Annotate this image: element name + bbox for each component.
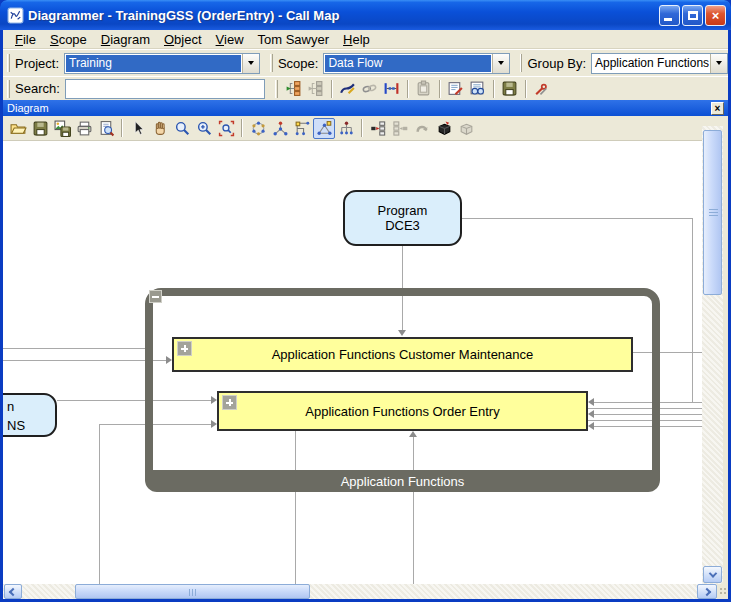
- menu-help[interactable]: Help: [336, 31, 377, 48]
- scope-label: Scope:: [278, 56, 318, 71]
- chevron-left-icon: [9, 587, 17, 595]
- toolbar-grip[interactable]: [7, 80, 10, 98]
- open-icon[interactable]: [7, 118, 29, 139]
- diagram-canvas[interactable]: Program DCE3 n NS Application Functions …: [3, 141, 702, 584]
- horizontal-scrollbar[interactable]: [3, 584, 717, 599]
- toolbar-separator: [331, 80, 333, 98]
- box-order-entry[interactable]: Application Functions Order Entry: [217, 391, 588, 431]
- minimize-icon: [664, 18, 672, 21]
- node-program-dce3[interactable]: Program DCE3: [343, 190, 462, 246]
- project-toolbar: Project: Training Scope: Data Flow Group…: [3, 49, 728, 76]
- endpoints-icon[interactable]: [381, 78, 403, 99]
- link-disabled-icon: [359, 78, 381, 99]
- hierarchy-expand-icon[interactable]: [283, 78, 305, 99]
- print-icon[interactable]: [73, 118, 95, 139]
- save-image-icon[interactable]: [51, 118, 73, 139]
- save-icon[interactable]: [499, 78, 521, 99]
- connector-line: [692, 218, 693, 402]
- zoom-area-icon[interactable]: [215, 118, 237, 139]
- close-button[interactable]: ×: [705, 5, 726, 26]
- scroll-left-button[interactable]: [4, 584, 22, 599]
- groupby-dropdown-button[interactable]: [710, 54, 727, 73]
- chevron-down-icon: [716, 61, 722, 65]
- hierarchy-expand-disabled-icon: [305, 78, 327, 99]
- box-customer-maintenance[interactable]: Application Functions Customer Maintenan…: [172, 337, 633, 372]
- expand-order-entry-button[interactable]: [222, 395, 237, 410]
- node-label: n: [7, 397, 25, 416]
- resize-grip[interactable]: [717, 584, 728, 599]
- menu-scope[interactable]: Scope: [43, 31, 94, 48]
- pan-icon[interactable]: [149, 118, 171, 139]
- select-icon[interactable]: [127, 118, 149, 139]
- spring-layout-icon[interactable]: [313, 118, 335, 139]
- toolbar-grip[interactable]: [270, 54, 273, 72]
- diagram-panel-titlebar[interactable]: Diagram ×: [3, 100, 728, 116]
- menu-tom-sawyer[interactable]: Tom Sawyer: [251, 31, 337, 48]
- collapse-group-button[interactable]: [149, 290, 162, 303]
- menu-file[interactable]: File: [8, 31, 43, 48]
- group-container-application-functions[interactable]: Application Functions: [145, 288, 660, 492]
- toolbar-separator: [439, 80, 441, 98]
- scroll-down-button[interactable]: [703, 566, 722, 583]
- minimize-button[interactable]: [659, 5, 680, 26]
- undo-disabled-icon: [411, 118, 433, 139]
- scope-dropdown-button[interactable]: [492, 54, 509, 73]
- plus-icon: [229, 399, 231, 406]
- window-titlebar[interactable]: Diagrammer - TrainingGSS (OrderEntry) - …: [0, 0, 731, 30]
- zoom-icon[interactable]: [171, 118, 193, 139]
- vertical-scrollbar[interactable]: [702, 126, 723, 584]
- save-icon[interactable]: [29, 118, 51, 139]
- menu-diagram[interactable]: Diagram: [94, 31, 157, 48]
- connector-line: [99, 424, 100, 584]
- menu-object[interactable]: Object: [157, 31, 209, 48]
- thumb-grip: [709, 209, 718, 217]
- scope-combobox[interactable]: Data Flow: [323, 53, 509, 74]
- toolbar-separator: [121, 119, 123, 137]
- connector-line: [3, 348, 145, 349]
- tree-layout-icon[interactable]: [335, 118, 357, 139]
- groupby-label: Group By:: [527, 56, 586, 71]
- toolbar-separator: [493, 80, 495, 98]
- horizontal-scrollbar-thumb[interactable]: [75, 584, 310, 599]
- orthogonal-layout-icon[interactable]: [291, 118, 313, 139]
- zoom-in-icon[interactable]: [193, 118, 215, 139]
- toolbar-grip[interactable]: [275, 80, 278, 98]
- project-value: Training: [66, 55, 241, 72]
- circular-layout-icon[interactable]: [247, 118, 269, 139]
- box-label: Application Functions Order Entry: [305, 404, 499, 419]
- minus-icon: [152, 296, 159, 298]
- edit-flow-icon[interactable]: [337, 78, 359, 99]
- search-input[interactable]: [65, 79, 265, 99]
- expand-nodes-icon[interactable]: [367, 118, 389, 139]
- project-combobox[interactable]: Training: [64, 53, 260, 74]
- toolbar-grip[interactable]: [520, 54, 523, 72]
- overview-icon[interactable]: [433, 118, 455, 139]
- chevron-right-icon: [703, 587, 711, 595]
- groupby-combobox[interactable]: Application Functions: [591, 53, 728, 74]
- thumb-grip: [189, 589, 198, 596]
- toolbar-separator: [361, 119, 363, 137]
- app-icon: [7, 7, 24, 24]
- node-label: Program: [378, 203, 428, 218]
- project-label: Project:: [15, 56, 59, 71]
- node-left-clipped[interactable]: n NS: [3, 393, 57, 437]
- vertical-scrollbar-thumb[interactable]: [703, 130, 722, 295]
- project-dropdown-button[interactable]: [242, 54, 259, 73]
- toolbar-separator: [525, 80, 527, 98]
- toolbar-grip[interactable]: [7, 54, 10, 72]
- symmetric-layout-icon[interactable]: [269, 118, 291, 139]
- maximize-button[interactable]: [682, 5, 703, 26]
- tools-icon[interactable]: [531, 78, 553, 99]
- print-preview-icon[interactable]: [95, 118, 117, 139]
- view-report-icon[interactable]: [467, 78, 489, 99]
- diagrammer-window: { "window": { "title": "Diagrammer - Tra…: [0, 0, 731, 602]
- search-toolbar: Search:: [3, 76, 728, 100]
- edit-report-icon[interactable]: [445, 78, 467, 99]
- paste-disabled-icon: [413, 78, 435, 99]
- diagram-panel-close-button[interactable]: ×: [711, 102, 724, 115]
- 3d-disabled-icon: [455, 118, 477, 139]
- chevron-down-icon: [708, 569, 716, 577]
- menu-view[interactable]: View: [209, 31, 251, 48]
- scroll-right-button[interactable]: [697, 584, 717, 599]
- expand-customer-maintenance-button[interactable]: [177, 341, 192, 356]
